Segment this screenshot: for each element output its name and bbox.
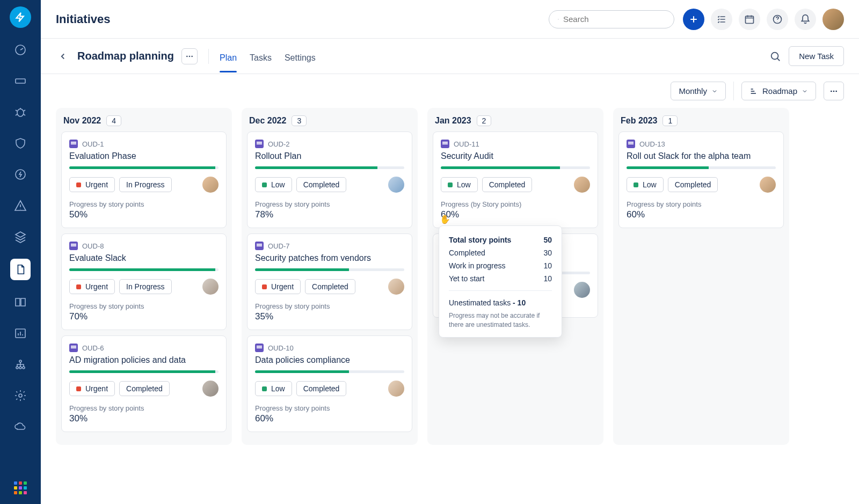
search-box[interactable] — [549, 10, 674, 28]
nav-org-icon[interactable] — [11, 355, 30, 374]
tabs: Plan Tasks Settings — [220, 48, 316, 64]
card-title: Security patches from vendors — [255, 253, 404, 263]
more-button[interactable] — [181, 48, 198, 64]
nav-cloud-icon[interactable] — [11, 418, 30, 436]
progress-bar — [255, 268, 404, 271]
initiative-icon — [255, 140, 264, 148]
column-count: 4 — [106, 115, 121, 126]
create-button[interactable] — [683, 9, 704, 30]
nav-dashboard-icon[interactable] — [11, 41, 30, 59]
progress-bar — [627, 166, 776, 169]
priority-chip: Urgent — [69, 279, 115, 294]
progress-value: 50% — [69, 209, 219, 220]
progress-label: Progress (by Story points) — [441, 200, 590, 208]
svg-point-7 — [19, 367, 21, 369]
assignee-avatar[interactable] — [574, 282, 590, 298]
nav-document-icon[interactable] — [10, 259, 31, 280]
assignee-avatar[interactable] — [202, 279, 219, 295]
user-avatar[interactable] — [822, 9, 844, 30]
progress-label: Progress by story points — [69, 302, 219, 310]
logo-icon[interactable] — [10, 6, 31, 28]
priority-dot — [76, 284, 81, 289]
notifications-icon[interactable] — [795, 9, 816, 30]
tab-tasks[interactable]: Tasks — [250, 48, 272, 72]
column: Jan 20232OUD-11Security AuditLowComplete… — [427, 108, 603, 445]
app-switcher-icon[interactable] — [14, 481, 27, 494]
initiative-icon — [255, 242, 264, 250]
svg-rect-11 — [746, 16, 754, 23]
priority-dot — [448, 182, 453, 187]
svg-point-13 — [186, 55, 188, 57]
task-card[interactable]: OUD-6AD migration policies and dataUrgen… — [61, 335, 227, 432]
nav-tickets-icon[interactable] — [11, 72, 30, 90]
priority-dot — [262, 386, 267, 391]
card-id: OUD-2 — [268, 140, 289, 148]
svg-rect-1 — [16, 79, 25, 83]
nav-chart-icon[interactable] — [11, 324, 30, 342]
checklist-icon[interactable] — [711, 9, 732, 30]
status-chip: Completed — [482, 177, 533, 192]
initiative-icon — [69, 242, 78, 250]
nav-settings-icon[interactable] — [11, 386, 30, 405]
column: Dec 20223OUD-2Rollout PlanLowCompletedPr… — [242, 108, 418, 445]
help-icon[interactable] — [767, 9, 788, 30]
scale-dropdown[interactable]: Monthly — [671, 82, 726, 100]
status-chip: Completed — [296, 177, 347, 192]
tab-plan[interactable]: Plan — [220, 48, 237, 72]
svg-point-18 — [833, 90, 835, 92]
app-title: Initiatives — [56, 12, 110, 26]
card-id: OUD-13 — [639, 140, 665, 148]
search-input[interactable] — [563, 14, 665, 24]
topbar: Initiatives — [41, 0, 859, 39]
nav-bolt-icon[interactable] — [11, 165, 30, 184]
progress-value: 60% — [441, 209, 590, 220]
progress-value: 60% — [255, 413, 404, 424]
back-button[interactable] — [56, 49, 70, 63]
view-dropdown[interactable]: Roadmap — [741, 82, 816, 100]
nav-book-icon[interactable] — [11, 293, 30, 311]
progress-value: 70% — [69, 311, 219, 322]
nav-bug-icon[interactable] — [11, 103, 30, 121]
assignee-avatar[interactable] — [388, 381, 404, 397]
new-task-button[interactable]: New Task — [789, 46, 844, 66]
assignee-avatar[interactable] — [388, 279, 404, 295]
card-title: Evaluation Phase — [69, 151, 219, 161]
tab-settings[interactable]: Settings — [285, 48, 316, 72]
card-title: Data policies compliance — [255, 355, 404, 365]
view-toolbar: Monthly Roadmap — [41, 74, 859, 100]
priority-dot — [76, 182, 81, 187]
assignee-avatar[interactable] — [388, 177, 404, 193]
task-card[interactable]: OUD-8Evaluate SlackUrgentIn ProgressProg… — [61, 233, 227, 330]
svg-point-14 — [189, 55, 191, 57]
card-id: OUD-7 — [268, 242, 289, 250]
priority-chip: Urgent — [69, 381, 115, 396]
popover-row: Work in progress10 — [449, 259, 552, 272]
task-card[interactable]: OUD-11Security AuditLowCompletedProgress… — [433, 132, 598, 228]
task-card[interactable]: OUD-2Rollout PlanLowCompletedProgress by… — [247, 132, 412, 228]
card-id: OUD-10 — [268, 344, 294, 352]
task-card[interactable]: OUD-10Data policies complianceLowComplet… — [247, 335, 412, 432]
initiative-icon — [255, 344, 264, 352]
popover-note: Progress may not be accurate if there ar… — [449, 311, 552, 330]
card-title: Security Audit — [441, 151, 590, 161]
popover-row: Completed30 — [449, 246, 552, 259]
search-page-icon[interactable] — [769, 50, 781, 62]
task-card[interactable]: OUD-7Security patches from vendorsUrgent… — [247, 233, 412, 330]
nav-shield-icon[interactable] — [11, 134, 30, 152]
assignee-avatar[interactable] — [202, 177, 219, 193]
svg-point-2 — [17, 109, 24, 116]
assignee-avatar[interactable] — [574, 177, 590, 193]
task-card[interactable]: OUD-1Evaluation PhaseUrgentIn ProgressPr… — [61, 132, 227, 228]
column-title: Nov 2022 — [63, 116, 101, 126]
task-card[interactable]: OUD-13Roll out Slack for the alpha teamL… — [618, 132, 784, 228]
priority-chip: Low — [441, 177, 478, 192]
assignee-avatar[interactable] — [202, 381, 219, 397]
nav-layers-icon[interactable] — [11, 228, 30, 246]
nav-alert-icon[interactable] — [11, 196, 30, 215]
calendar-icon[interactable] — [739, 9, 760, 30]
progress-bar — [69, 166, 219, 169]
more-view-button[interactable] — [824, 82, 844, 100]
priority-chip: Urgent — [255, 279, 301, 294]
chevron-down-icon — [711, 88, 718, 94]
assignee-avatar[interactable] — [760, 177, 776, 193]
